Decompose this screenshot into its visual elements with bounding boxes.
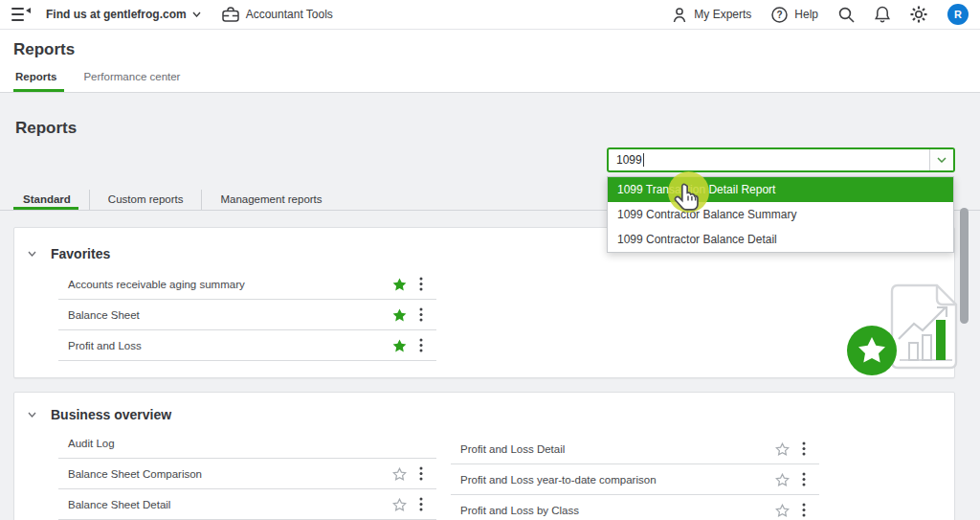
- main-tab-bar: Reports Performance center: [15, 71, 182, 92]
- chevron-down-icon: [937, 157, 947, 163]
- report-link[interactable]: Profit and Loss: [68, 340, 142, 351]
- report-row: Balance Sheet Comparison: [58, 459, 436, 489]
- tab-management-reports-label: Management reports: [220, 193, 322, 205]
- help-icon: ?: [771, 7, 788, 23]
- suggestion-1099-contractor-balance-detail[interactable]: 1099 Contractor Balance Detail: [608, 227, 953, 252]
- favorite-star-outline-icon[interactable]: [775, 473, 790, 486]
- collapse-chevron-icon: [28, 412, 36, 418]
- tab-reports-label: Reports: [15, 71, 56, 82]
- favorite-star-filled-icon[interactable]: [392, 308, 407, 322]
- tab-performance-center[interactable]: Performance center: [83, 71, 182, 92]
- report-row: Accounts receivable aging summary: [58, 269, 436, 300]
- favorite-star-outline-icon[interactable]: [775, 504, 790, 517]
- report-link[interactable]: Balance Sheet: [68, 309, 140, 321]
- report-row: Profit and Loss Detail: [451, 434, 819, 464]
- avatar-initial: R: [954, 9, 962, 20]
- report-link[interactable]: Profit and Loss by Class: [460, 505, 579, 516]
- report-row: Audit Log: [58, 428, 436, 459]
- settings-gear-icon[interactable]: [910, 6, 927, 23]
- my-experts-button[interactable]: My Experts: [672, 7, 751, 23]
- page-header: Reports Reports Performance center: [0, 30, 980, 93]
- suggestion-1099-contractor-balance-summary[interactable]: 1099 Contractor Balance Summary: [608, 202, 953, 227]
- favorite-star-outline-icon[interactable]: [392, 498, 407, 511]
- top-navigation-bar: Find us at gentlefrog.com Accountant Too…: [0, 0, 980, 30]
- notifications-bell-icon[interactable]: [875, 6, 890, 23]
- favorite-star-filled-icon[interactable]: [392, 278, 407, 291]
- report-row: Balance Sheet Detail: [58, 489, 436, 520]
- tab-divider: [201, 190, 202, 210]
- report-link[interactable]: Accounts receivable aging summary: [68, 279, 245, 290]
- kebab-menu-icon[interactable]: [419, 466, 423, 481]
- report-link[interactable]: Profit and Loss Detail: [460, 443, 565, 455]
- favorite-star-outline-icon[interactable]: [392, 467, 407, 481]
- tab-standard[interactable]: Standard: [23, 190, 71, 210]
- tab-custom-reports[interactable]: Custom reports: [108, 190, 184, 210]
- kebab-menu-icon[interactable]: [419, 277, 423, 291]
- business-overview-right-list: Profit and Loss Detail Profit and Loss y…: [451, 434, 819, 520]
- report-search-input[interactable]: 1099: [607, 147, 955, 172]
- search-suggestions-dropdown: 1099 Transaction Detail Report 1099 Cont…: [607, 176, 954, 253]
- business-overview-section-card: Business overview Audit Log Balance Shee…: [13, 392, 955, 520]
- kebab-menu-icon[interactable]: [802, 472, 806, 486]
- kebab-menu-icon[interactable]: [419, 497, 423, 511]
- favorite-star-outline-icon[interactable]: [775, 442, 790, 456]
- chevron-down-icon: [192, 11, 201, 17]
- text-caret: [643, 153, 644, 167]
- report-row: Profit and Loss by Class: [451, 495, 819, 520]
- favorites-report-list: Accounts receivable aging summary Balanc…: [58, 269, 436, 361]
- reports-section-heading: Reports: [15, 119, 77, 138]
- report-row: Profit and Loss year-to-date comparison: [451, 464, 819, 495]
- hamburger-menu-icon[interactable]: [11, 8, 31, 21]
- collapse-chevron-icon: [28, 251, 36, 257]
- search-icon[interactable]: [838, 7, 855, 23]
- favorites-section-title: Favorites: [51, 246, 110, 261]
- report-link[interactable]: Balance Sheet Detail: [68, 499, 170, 510]
- tab-reports[interactable]: Reports: [15, 71, 58, 92]
- my-experts-label: My Experts: [694, 8, 751, 21]
- report-link[interactable]: Profit and Loss year-to-date comparison: [460, 474, 657, 486]
- topbar-right-actions: My Experts ? Help: [672, 4, 969, 25]
- suggestion-1099-transaction-detail[interactable]: 1099 Transaction Detail Report: [608, 177, 953, 202]
- report-row: Balance Sheet: [58, 300, 436, 330]
- help-label: Help: [794, 8, 818, 21]
- svg-text:?: ?: [777, 10, 783, 20]
- tab-custom-reports-label: Custom reports: [108, 193, 184, 205]
- company-selector-label: Find us at gentlefrog.com: [46, 8, 187, 21]
- tab-management-reports[interactable]: Management reports: [220, 190, 322, 210]
- page-title: Reports: [13, 40, 75, 59]
- tab-performance-center-label: Performance center: [83, 71, 180, 82]
- kebab-menu-icon[interactable]: [419, 307, 423, 322]
- accountant-tools-label: Accountant Tools: [246, 8, 333, 21]
- business-overview-left-list: Audit Log Balance Sheet Comparison Balan…: [58, 428, 436, 520]
- report-link[interactable]: Audit Log: [68, 438, 115, 449]
- report-row: Profit and Loss: [58, 330, 436, 361]
- search-input-value: 1099: [616, 153, 642, 167]
- company-selector[interactable]: Find us at gentlefrog.com: [46, 8, 201, 21]
- kebab-menu-icon[interactable]: [802, 441, 806, 456]
- accountant-tools-button[interactable]: Accountant Tools: [222, 7, 333, 22]
- favorite-star-filled-icon[interactable]: [392, 339, 407, 352]
- kebab-menu-icon[interactable]: [802, 503, 806, 517]
- tab-standard-label: Standard: [23, 193, 71, 205]
- user-avatar[interactable]: R: [947, 4, 969, 25]
- favorites-illustration: [839, 280, 958, 376]
- search-dropdown-toggle[interactable]: [929, 149, 953, 170]
- favorites-section-header[interactable]: Favorites: [28, 246, 110, 261]
- kebab-menu-icon[interactable]: [419, 338, 423, 352]
- report-link[interactable]: Balance Sheet Comparison: [68, 468, 202, 480]
- help-button[interactable]: ? Help: [771, 7, 818, 23]
- favorites-chart-document-icon: [839, 280, 958, 376]
- business-overview-section-title: Business overview: [51, 407, 171, 422]
- person-icon: [672, 7, 687, 23]
- briefcase-icon: [222, 7, 239, 22]
- tab-divider: [89, 190, 90, 210]
- scrollbar-thumb[interactable]: [960, 208, 969, 324]
- business-overview-section-header[interactable]: Business overview: [28, 407, 171, 422]
